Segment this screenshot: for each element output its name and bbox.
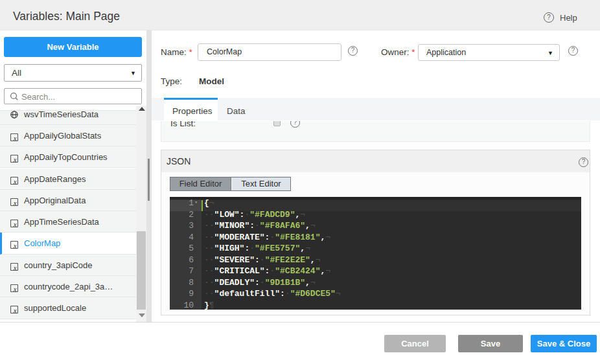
svg-text:x: x bbox=[13, 242, 17, 249]
svg-text:x: x bbox=[13, 306, 17, 313]
svg-text:x: x bbox=[13, 263, 17, 270]
svg-text:x: x bbox=[13, 198, 17, 205]
svg-text:x: x bbox=[13, 285, 17, 292]
svg-text:x: x bbox=[13, 220, 17, 227]
svg-text:x: x bbox=[13, 155, 17, 163]
svg-text:x: x bbox=[13, 177, 17, 184]
svg-text:x: x bbox=[13, 133, 17, 141]
